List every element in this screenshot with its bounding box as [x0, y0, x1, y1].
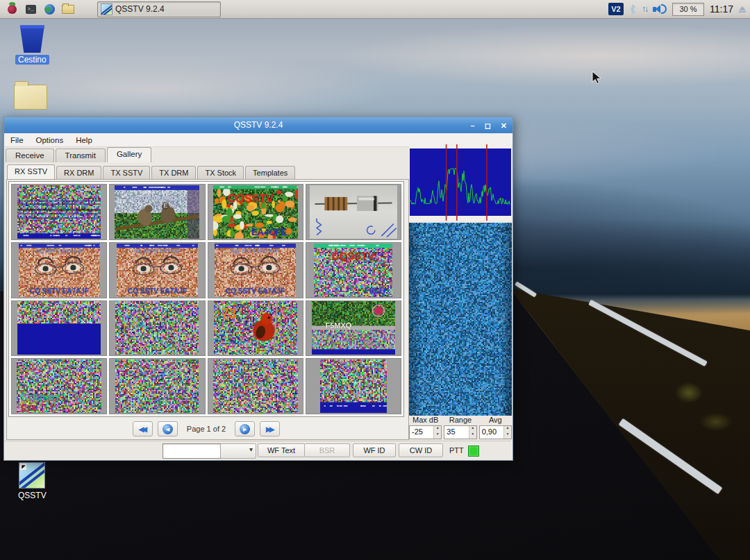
avg-spinner[interactable]: ▲▼ — [503, 426, 511, 439]
max-db-label: Max dB — [409, 416, 442, 425]
trash-label: Cestino — [15, 55, 49, 65]
mode-combobox[interactable] — [220, 443, 256, 459]
ptt-indicator — [468, 446, 479, 457]
minimize-button[interactable]: – — [471, 122, 475, 129]
control-max-db: Max dB-25▲▼ — [409, 416, 442, 439]
tab-transmit[interactable]: Transmit — [56, 149, 106, 162]
start-menu-raspberry-icon[interactable] — [5, 2, 19, 16]
bsr-button: BSR — [304, 443, 350, 457]
previous-page-button[interactable]: ◀ — [158, 421, 178, 436]
trash-desktop-icon[interactable]: Cestino — [15, 22, 49, 65]
clock[interactable]: 11:17 — [710, 3, 733, 15]
wallpaper-grass-tufts — [653, 368, 743, 451]
bottom-control-bar: WF TextBSRWF IDCW ID PTT — [4, 441, 511, 460]
gallery-thumbnail[interactable] — [208, 242, 303, 298]
folder-icon — [14, 85, 47, 110]
network-arrows-icon[interactable]: ↑↓ — [642, 4, 647, 14]
text-entry-input[interactable] — [162, 443, 221, 459]
system-tray: V2 ↑↓ 30 % 11:17 — [608, 3, 750, 16]
wf-id-button[interactable]: WF ID — [353, 443, 396, 457]
gallery-thumbnail[interactable] — [109, 358, 205, 414]
gallery-thumbnail[interactable] — [208, 184, 303, 240]
gallery-thumbnail[interactable] — [11, 242, 107, 298]
bluetooth-icon[interactable] — [629, 4, 636, 15]
gallery-thumbnail[interactable] — [11, 184, 107, 240]
volume-icon[interactable] — [653, 4, 667, 14]
gallery-panel: ◀◀ ◀ Page 1 of 2 ▶ ▶▶ — [6, 179, 409, 440]
file-manager-folder-icon[interactable] — [61, 2, 75, 16]
taskbar: >_ QSSTV 9.2.4 V2 ↑↓ 30 % 11:17 — [0, 0, 750, 19]
thumbnail-image — [213, 185, 298, 239]
thumbnail-image — [115, 301, 199, 355]
thumbnail-image — [320, 359, 387, 413]
gallery-thumbnail[interactable] — [306, 358, 401, 414]
cw-id-button[interactable]: CW ID — [399, 443, 443, 457]
thumbnail-image — [312, 301, 395, 355]
wf-text-button[interactable]: WF Text — [258, 443, 305, 457]
range-label: Range — [444, 416, 476, 425]
terminal-icon[interactable]: >_ — [24, 2, 38, 16]
max-db-spinbox[interactable]: -25▲▼ — [409, 425, 442, 439]
range-value: 35 — [444, 426, 468, 439]
thumbnail-image — [214, 301, 297, 355]
spin-down-icon[interactable]: ▼ — [504, 432, 511, 439]
ptt-label: PTT — [449, 446, 464, 455]
gallery-thumbnail[interactable] — [306, 184, 401, 240]
avg-value: 0,90 — [480, 426, 503, 439]
thumbnail-image — [115, 185, 199, 239]
mouse-cursor — [592, 71, 601, 85]
range-spinbox[interactable]: 35▲▼ — [444, 425, 476, 439]
gallery-thumbnail[interactable] — [109, 242, 205, 298]
folder-desktop-icon[interactable] — [14, 85, 47, 110]
qsstv-desktop-icon[interactable]: ◤ QSSTV — [18, 462, 47, 500]
window-titlebar[interactable]: QSSTV 9.2.4 – ◻ ✕ — [4, 117, 512, 133]
spin-down-icon[interactable]: ▼ — [434, 432, 441, 439]
max-db-spinner[interactable]: ▲▼ — [433, 426, 441, 439]
next-page-button[interactable]: ▶ — [235, 421, 255, 436]
vnc-icon[interactable]: V2 — [608, 3, 624, 15]
gallery-thumbnail[interactable] — [109, 184, 205, 240]
gallery-thumbnail[interactable] — [306, 242, 401, 298]
gallery-thumbnail[interactable] — [208, 358, 303, 414]
spectrum-display[interactable] — [409, 144, 512, 221]
menu-help[interactable]: Help — [69, 136, 99, 144]
gallery-thumbnail[interactable] — [208, 300, 303, 357]
qsstv-shortcut-icon: ◤ — [19, 462, 45, 489]
menu-options[interactable]: Options — [30, 136, 70, 144]
gallery-thumbnail[interactable] — [306, 300, 401, 357]
tab-receive[interactable]: Receive — [6, 149, 54, 162]
tab-gallery[interactable]: Gallery — [107, 147, 151, 162]
pagination-bar: ◀◀ ◀ Page 1 of 2 ▶ ▶▶ — [8, 420, 404, 438]
gallery-tab-tx-stock[interactable]: TX Stock — [197, 166, 244, 179]
gallery-tab-rx-sstv[interactable]: RX SSTV — [7, 164, 55, 179]
waterfall-display[interactable] — [409, 223, 512, 416]
eject-icon[interactable] — [739, 6, 746, 12]
menu-file[interactable]: File — [4, 136, 30, 144]
gallery-thumbnail[interactable] — [109, 300, 205, 357]
maximize-button[interactable]: ◻ — [485, 122, 491, 129]
thumbnail-image — [17, 185, 101, 239]
window-title: QSSTV 9.2.4 — [234, 120, 283, 130]
last-page-button[interactable]: ▶▶ — [260, 421, 280, 436]
gallery-tab-rx-drm[interactable]: RX DRM — [56, 166, 101, 179]
gallery-tab-tx-sstv[interactable]: TX SSTV — [103, 166, 150, 179]
main-tab-bar: ReceiveTransmitGallery — [6, 146, 153, 162]
thumbnail-image — [215, 244, 296, 297]
gallery-tab-tx-drm[interactable]: TX DRM — [151, 166, 196, 179]
spin-down-icon[interactable]: ▼ — [469, 432, 476, 439]
first-page-button[interactable]: ◀◀ — [133, 421, 153, 436]
max-db-value: -25 — [410, 426, 433, 439]
gallery-tab-templates[interactable]: Templates — [245, 166, 295, 179]
gallery-thumbnail[interactable] — [11, 358, 107, 414]
thumbnail-image — [117, 244, 198, 297]
browser-globe-icon[interactable] — [42, 2, 56, 16]
avg-spinbox[interactable]: 0,90▲▼ — [479, 425, 512, 439]
range-spinner[interactable]: ▲▼ — [469, 426, 476, 439]
thumbnail-image — [17, 301, 101, 355]
close-button[interactable]: ✕ — [501, 122, 507, 129]
taskbar-window-button[interactable]: QSSTV 9.2.4 — [97, 1, 221, 17]
cpu-monitor[interactable]: 30 % — [672, 3, 704, 16]
gallery-grid — [8, 181, 404, 417]
qsstv-icon — [101, 3, 112, 15]
gallery-thumbnail[interactable] — [11, 300, 107, 357]
